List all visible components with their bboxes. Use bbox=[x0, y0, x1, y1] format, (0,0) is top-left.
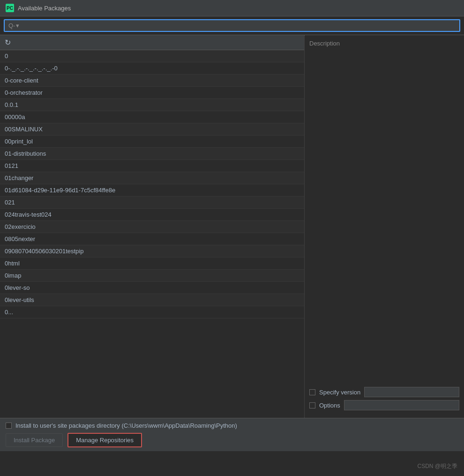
description-content bbox=[309, 53, 459, 382]
search-bar: Q- ▾ bbox=[0, 16, 464, 35]
list-item[interactable]: 0805nexter bbox=[0, 233, 304, 245]
list-item[interactable]: 01d61084-d29e-11e9-96d1-7c5cf84ffe8e bbox=[0, 184, 304, 196]
list-item[interactable]: 01changer bbox=[0, 172, 304, 184]
description-header: Description bbox=[309, 40, 459, 49]
description-panel: Description Specify version Options bbox=[305, 35, 464, 418]
options-label: Options bbox=[319, 402, 340, 409]
main-content: ↻ 00-._.-._.-._.-._.-._.-00-core-client0… bbox=[0, 35, 464, 418]
bottom-section: Install to user's site packages director… bbox=[0, 418, 464, 451]
window-title: Available Packages bbox=[18, 5, 71, 12]
buttons-row: Install Package Manage Repositories bbox=[6, 433, 458, 447]
install-path-label: Install to user's site packages director… bbox=[15, 422, 237, 429]
package-list-container: ↻ 00-._.-._.-._.-._.-._.-00-core-client0… bbox=[0, 35, 305, 418]
list-item[interactable]: 0-orchestrator bbox=[0, 87, 304, 99]
title-bar: PC Available Packages bbox=[0, 0, 464, 16]
list-item[interactable]: 0lever-so bbox=[0, 282, 304, 294]
install-package-button[interactable]: Install Package bbox=[6, 433, 63, 447]
options-row: Options bbox=[309, 400, 459, 410]
list-item[interactable]: 0-._.-._.-._.-._.-._.-0 bbox=[0, 62, 304, 75]
list-item[interactable]: 00000a bbox=[0, 111, 304, 123]
specify-version-row: Specify version bbox=[309, 387, 459, 397]
specify-version-label: Specify version bbox=[319, 389, 360, 396]
refresh-icon[interactable]: ↻ bbox=[5, 38, 11, 47]
options-input[interactable] bbox=[344, 400, 459, 410]
app-icon: PC bbox=[6, 4, 14, 12]
package-list[interactable]: 00-._.-._.-._.-._.-._.-00-core-client0-o… bbox=[0, 50, 304, 418]
specify-version-checkbox[interactable] bbox=[309, 389, 315, 395]
search-icon: Q- ▾ bbox=[8, 22, 19, 29]
search-input[interactable] bbox=[22, 22, 456, 29]
manage-repositories-button[interactable]: Manage Repositories bbox=[67, 433, 142, 447]
list-item[interactable]: 090807040506030201testpip bbox=[0, 245, 304, 257]
list-item[interactable]: 024travis-test024 bbox=[0, 209, 304, 221]
list-item[interactable]: 0-core-client bbox=[0, 75, 304, 87]
list-item[interactable]: 0.0.1 bbox=[0, 99, 304, 111]
list-item[interactable]: 00SMALINUX bbox=[0, 123, 304, 136]
list-item[interactable]: 02exercicio bbox=[0, 221, 304, 233]
list-item[interactable]: 0imap bbox=[0, 270, 304, 282]
list-header: ↻ bbox=[0, 35, 304, 50]
list-item[interactable]: 0 bbox=[0, 50, 304, 62]
list-item[interactable]: 021 bbox=[0, 196, 304, 209]
list-item[interactable]: 0html bbox=[0, 257, 304, 270]
specify-version-input[interactable] bbox=[364, 387, 459, 397]
search-input-wrapper[interactable]: Q- ▾ bbox=[4, 19, 460, 32]
list-item[interactable]: 0121 bbox=[0, 160, 304, 172]
list-item[interactable]: 0lever-utils bbox=[0, 294, 304, 306]
install-path-checkbox[interactable] bbox=[6, 423, 12, 429]
options-checkbox[interactable] bbox=[309, 402, 315, 408]
install-path-row: Install to user's site packages director… bbox=[6, 422, 458, 429]
version-options-area: Specify version Options bbox=[309, 382, 459, 413]
list-item[interactable]: 00print_lol bbox=[0, 136, 304, 148]
list-item[interactable]: 01-distributions bbox=[0, 148, 304, 160]
watermark: CSDN @明之季 bbox=[417, 462, 457, 470]
list-item[interactable]: 0... bbox=[0, 306, 304, 318]
